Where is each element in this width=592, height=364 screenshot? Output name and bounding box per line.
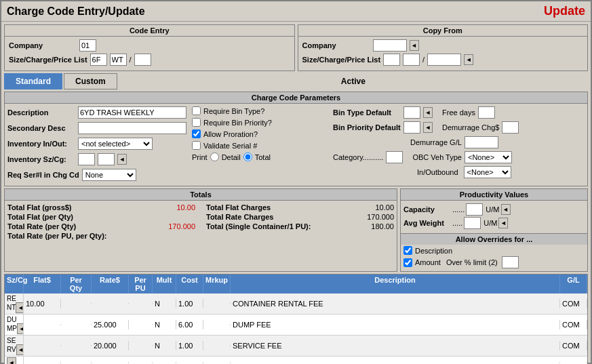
main-window: Charge Code Entry/Update Update Code Ent… bbox=[0, 0, 592, 364]
copy-price-arrow[interactable]: ◄ bbox=[464, 54, 473, 65]
company-input[interactable] bbox=[79, 39, 96, 52]
validate-serial-label: Validate Serial # bbox=[203, 142, 257, 150]
avg-weight-input[interactable] bbox=[464, 217, 481, 229]
require-bin-type-cb[interactable] bbox=[192, 106, 201, 115]
avg-weight-um-arrow[interactable]: ◄ bbox=[498, 218, 508, 228]
sec-desc-label: Secondary Desc bbox=[7, 124, 75, 132]
validate-serial-cb[interactable] bbox=[192, 141, 201, 150]
inv-szc-arrow[interactable]: ◄ bbox=[117, 154, 127, 165]
td-flat bbox=[24, 345, 61, 346]
req-serial-row: Req Ser#l in Chg Cd None bbox=[7, 169, 186, 181]
require-bin-type-row: Require Bin Type? bbox=[192, 106, 328, 115]
th-cost: Cost bbox=[176, 275, 203, 294]
require-bin-priority-cb[interactable] bbox=[192, 118, 201, 127]
print-total-radio[interactable] bbox=[243, 153, 252, 161]
desc-input[interactable] bbox=[78, 106, 186, 119]
th-szc: Sz/Cg bbox=[5, 275, 24, 294]
td-perqty bbox=[61, 303, 92, 304]
capacity-input[interactable] bbox=[466, 203, 483, 216]
inv-inout-row: Inventory In/Out: <not selected> bbox=[7, 138, 186, 150]
free-days-input[interactable] bbox=[478, 106, 495, 119]
company-row: Company bbox=[9, 39, 290, 52]
inv-szc-input1[interactable] bbox=[78, 153, 95, 165]
total-flat-charges-label: Total Flat Charges bbox=[206, 203, 271, 211]
row3-arrow[interactable]: ◄ bbox=[16, 344, 24, 355]
tab-standard[interactable]: Standard bbox=[4, 73, 62, 89]
capacity-label: Capacity bbox=[403, 205, 451, 214]
tab-custom[interactable]: Custom bbox=[64, 73, 117, 89]
over-pct-input[interactable] bbox=[502, 256, 519, 268]
size-input[interactable] bbox=[90, 54, 107, 66]
copy-price-input[interactable] bbox=[427, 54, 461, 66]
update-label: Update bbox=[544, 4, 585, 18]
totals-productivity: Totals Total Flat (gross$) 10.00 Total F… bbox=[4, 188, 588, 272]
obc-veh-row: Category.......... OBC Veh Type <None> bbox=[333, 151, 585, 163]
bin-priority-default-arrow[interactable]: ◄ bbox=[423, 122, 433, 133]
category-input[interactable] bbox=[386, 151, 403, 163]
table-row: DUMP◄ 25.000 N 6.00 DUMP FEE COM bbox=[5, 315, 587, 336]
table-row: ◄ bbox=[5, 357, 587, 364]
print-total-label: Total bbox=[255, 153, 271, 161]
inv-szc-label: Inventory Sz/Cg: bbox=[7, 155, 75, 163]
copy-charge-input[interactable] bbox=[403, 54, 420, 66]
demurrage-gl-input[interactable] bbox=[465, 136, 498, 148]
totals-header: Totals bbox=[5, 189, 397, 201]
allow-proration-cb[interactable] bbox=[192, 129, 201, 138]
capacity-um-arrow[interactable]: ◄ bbox=[501, 204, 511, 215]
th-perpu: Per PU bbox=[129, 275, 153, 294]
td-perpu bbox=[129, 345, 153, 346]
td-szc: RENT◄ bbox=[5, 294, 24, 314]
desc-override-cb[interactable] bbox=[403, 246, 412, 255]
td-gl: COM bbox=[560, 320, 587, 329]
capacity-row: Capacity ...... U/M ◄ bbox=[403, 203, 585, 216]
th-desc: Description bbox=[231, 275, 560, 294]
copy-company-label: Company bbox=[302, 41, 370, 49]
td-flat: 10.00 bbox=[24, 299, 61, 308]
inv-szc-input2[interactable] bbox=[98, 153, 115, 165]
td-mrkup bbox=[203, 345, 231, 346]
inv-inout-select[interactable]: <not selected> bbox=[78, 138, 153, 150]
bin-type-default-input[interactable] bbox=[403, 106, 420, 119]
desc-label: Description bbox=[7, 108, 75, 117]
bin-priority-default-input[interactable] bbox=[403, 121, 420, 134]
avg-weight-dots: ..... bbox=[452, 219, 462, 227]
total-rate-charges-row: Total Rate Charges 170.000 bbox=[206, 213, 394, 221]
req-serial-select[interactable]: None bbox=[82, 169, 136, 181]
td-desc: CONTAINER RENTAL FEE bbox=[231, 299, 560, 308]
print-detail-radio[interactable] bbox=[210, 153, 219, 161]
copy-company-input[interactable] bbox=[373, 39, 407, 52]
th-gl: G/L bbox=[560, 275, 587, 294]
sec-desc-input[interactable] bbox=[78, 122, 186, 134]
charge-input[interactable] bbox=[110, 54, 127, 66]
bin-type-default-arrow[interactable]: ◄ bbox=[423, 107, 433, 118]
row2-arrow[interactable]: ◄ bbox=[17, 323, 24, 334]
over-pct-label: Over % limit (2) bbox=[446, 258, 498, 266]
row1-arrow[interactable]: ◄ bbox=[16, 302, 24, 313]
td-mrkup bbox=[203, 324, 231, 325]
obc-veh-select[interactable]: <None> bbox=[465, 151, 512, 163]
company-label: Company bbox=[9, 41, 77, 49]
avg-weight-um: U/M bbox=[484, 219, 497, 227]
overrides-content: Description Amount Over % limit (2) bbox=[401, 245, 587, 271]
price-input[interactable] bbox=[134, 54, 151, 66]
table-row: SERV◄ 20.000 N 1.00 SERVICE FEE COM bbox=[5, 336, 587, 357]
copy-size-input[interactable] bbox=[383, 54, 400, 66]
req-serial-label: Req Ser#l in Chg Cd bbox=[7, 171, 79, 179]
inoutbound-select[interactable]: <None> bbox=[464, 166, 511, 178]
demurrage-chg-input[interactable] bbox=[502, 121, 519, 134]
th-flat: Flat$ bbox=[24, 275, 61, 294]
amount-override-cb[interactable] bbox=[403, 258, 412, 267]
productivity-box: Productivity Values Capacity ...... U/M … bbox=[400, 188, 588, 272]
td-perqty bbox=[61, 345, 92, 346]
total-rate-charges-value: 170.000 bbox=[360, 213, 394, 221]
td-perpu bbox=[129, 303, 153, 304]
copy-company-arrow[interactable]: ◄ bbox=[410, 40, 419, 51]
row4-arrow[interactable]: ◄ bbox=[7, 357, 16, 364]
inv-szc-row: Inventory Sz/Cg: ◄ bbox=[7, 153, 186, 165]
capacity-dots: ...... bbox=[452, 205, 465, 214]
td-desc: DUMP FEE bbox=[231, 320, 560, 329]
print-row: Print Detail Total bbox=[192, 153, 328, 161]
copy-from-content: Company ◄ Size/Charge/Price List / ◄ bbox=[298, 37, 588, 70]
total-flat-gross-label: Total Flat (gross$) bbox=[7, 203, 72, 211]
totals-col-left: Total Flat (gross$) 10.00 Total Flat (pe… bbox=[7, 203, 195, 240]
